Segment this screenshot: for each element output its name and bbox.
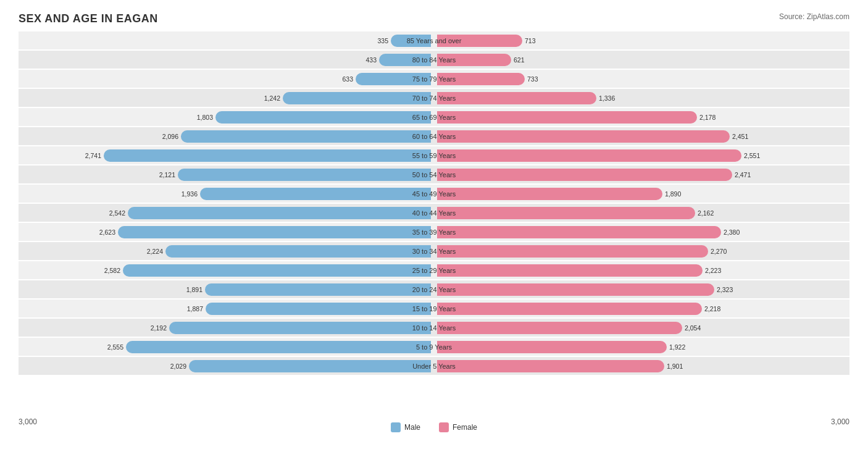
bar-row: 335 85 Years and over 713 <box>19 31 849 49</box>
right-side: 1,890 <box>434 185 849 203</box>
male-value: 2,121 <box>159 171 175 178</box>
female-value: 2,054 <box>685 324 701 332</box>
female-value: 2,551 <box>744 152 760 159</box>
age-label: 80 to 84 Years <box>391 56 477 64</box>
right-side: 2,223 <box>434 261 849 279</box>
bar-row: 2,224 30 to 34 Years 2,270 <box>19 242 849 260</box>
bar-row: 1,887 15 to 19 Years 2,218 <box>19 300 849 317</box>
right-side: 2,380 <box>434 223 849 241</box>
axis-labels: 3,000 Male Female 3,000 <box>19 417 849 432</box>
age-label: 70 to 74 Years <box>391 94 477 102</box>
legend-male: Male <box>391 422 420 432</box>
bar-row: 433 80 to 84 Years 621 <box>19 51 849 69</box>
bar-female: 2,270 <box>437 245 708 258</box>
female-value: 1,901 <box>667 363 683 370</box>
female-value: 2,323 <box>717 286 733 293</box>
bar-row: 2,029 Under 5 Years 1,901 <box>19 357 849 375</box>
legend-female: Female <box>439 422 477 432</box>
male-value: 2,582 <box>104 267 120 274</box>
legend: Male Female <box>391 422 477 432</box>
legend-male-box <box>391 422 401 432</box>
age-label: 20 to 24 Years <box>391 286 477 293</box>
right-side: 2,178 <box>434 108 849 126</box>
female-value: 2,178 <box>699 114 716 121</box>
male-value: 2,029 <box>170 363 186 370</box>
age-label: 75 to 79 Years <box>391 75 477 83</box>
female-value: 713 <box>525 37 536 44</box>
bar-row: 1,242 70 to 74 Years 1,336 <box>19 89 849 107</box>
right-side: 1,922 <box>434 338 849 356</box>
male-value: 1,936 <box>182 190 198 198</box>
bar-row: 2,542 40 to 44 Years 2,162 <box>19 204 849 222</box>
bar-male: 2,582 <box>123 264 431 277</box>
bar-female: 2,551 <box>437 149 741 162</box>
bar-row: 633 75 to 79 Years 733 <box>19 70 849 88</box>
bar-row: 1,803 65 to 69 Years 2,178 <box>19 108 849 126</box>
male-value: 2,555 <box>107 343 123 351</box>
left-side: 2,542 <box>19 204 434 222</box>
right-side: 2,270 <box>434 242 849 260</box>
age-label: 50 to 54 Years <box>391 171 477 178</box>
male-value: 2,623 <box>99 228 115 236</box>
age-label: 55 to 59 Years <box>391 152 477 159</box>
bar-female: 2,471 <box>437 169 732 181</box>
right-side: 2,218 <box>434 300 849 317</box>
age-label: 85 Years and over <box>391 37 477 44</box>
legend-male-label: Male <box>404 423 420 432</box>
bar-male: 2,741 <box>104 149 431 162</box>
bar-row: 2,192 10 to 14 Years 2,054 <box>19 319 849 337</box>
left-side: 2,582 <box>19 261 434 279</box>
female-value: 1,922 <box>669 343 685 351</box>
age-label: 65 to 69 Years <box>391 114 477 121</box>
legend-female-label: Female <box>453 423 477 432</box>
male-value: 2,224 <box>147 248 163 255</box>
chart-container: SEX AND AGE IN EAGAN Source: ZipAtlas.co… <box>0 0 868 457</box>
age-label: 40 to 44 Years <box>391 209 477 217</box>
female-value: 2,471 <box>735 171 751 178</box>
female-value: 2,223 <box>705 267 721 274</box>
left-side: 633 <box>19 70 434 88</box>
right-side: 2,451 <box>434 127 849 145</box>
bar-female: 2,380 <box>437 226 721 238</box>
left-side: 2,741 <box>19 146 434 164</box>
age-label: 35 to 39 Years <box>391 228 477 236</box>
female-value: 1,890 <box>665 190 681 198</box>
age-label: 60 to 64 Years <box>391 133 477 140</box>
left-side: 335 <box>19 31 434 49</box>
male-value: 2,192 <box>151 324 167 332</box>
left-side: 1,803 <box>19 108 434 126</box>
male-value: 1,803 <box>197 114 213 121</box>
bar-female: 2,451 <box>437 130 730 143</box>
female-value: 2,218 <box>704 305 720 312</box>
bar-male: 2,623 <box>118 226 431 238</box>
bar-female: 2,323 <box>437 283 714 296</box>
bar-row: 2,555 5 to 9 Years 1,922 <box>19 338 849 356</box>
bars-area: 335 85 Years and over 713 433 80 to 84 Y… <box>19 31 849 414</box>
male-value: 2,096 <box>162 133 178 140</box>
female-value: 2,380 <box>724 228 740 236</box>
age-label: 30 to 34 Years <box>391 248 477 255</box>
male-value: 633 <box>342 75 353 83</box>
female-value: 2,451 <box>732 133 748 140</box>
age-label: 45 to 49 Years <box>391 190 477 198</box>
bar-row: 2,582 25 to 29 Years 2,223 <box>19 261 849 279</box>
right-side: 713 <box>434 31 849 49</box>
left-side: 2,555 <box>19 338 434 356</box>
age-label: 25 to 29 Years <box>391 267 477 274</box>
axis-left: 3,000 <box>19 417 37 432</box>
left-side: 2,029 <box>19 357 434 375</box>
left-side: 2,224 <box>19 242 434 260</box>
left-side: 1,936 <box>19 185 434 203</box>
right-side: 621 <box>434 51 849 69</box>
right-side: 2,054 <box>434 319 849 337</box>
bar-row: 1,936 45 to 49 Years 1,890 <box>19 185 849 203</box>
female-value: 2,270 <box>711 248 727 255</box>
age-label: 15 to 19 Years <box>391 305 477 312</box>
legend-female-box <box>439 422 449 432</box>
left-side: 2,623 <box>19 223 434 241</box>
right-side: 2,551 <box>434 146 849 164</box>
bar-male: 2,555 <box>126 341 431 353</box>
male-value: 1,887 <box>187 305 203 312</box>
left-side: 2,192 <box>19 319 434 337</box>
right-side: 2,323 <box>434 280 849 298</box>
